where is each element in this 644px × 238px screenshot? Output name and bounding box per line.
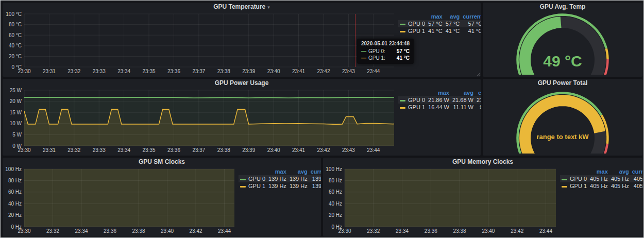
gpu-temperature-chart[interactable]: 0 °C20 °C40 °C60 °C80 °C100 °C23:3023:31…	[4, 11, 398, 75]
svg-text:23:40: 23:40	[267, 147, 280, 153]
panel-title-gpu-memory-clocks[interactable]: GPU Memory Clocks	[323, 158, 642, 166]
legend-row-gpu-1[interactable]: GPU 116.44 W11.11 W9.79 W	[398, 104, 481, 111]
tooltip-row: —GPU 0:57 °C	[361, 48, 410, 55]
series-dash-icon	[400, 100, 405, 101]
panel-title-text: GPU Power Usage	[215, 79, 269, 87]
svg-text:23:44: 23:44	[367, 147, 380, 153]
svg-text:23:37: 23:37	[192, 69, 205, 74]
svg-text:23:41: 23:41	[292, 147, 305, 153]
legend-gpu-sm-clocks: maxavgcurrentGPU 0139 Hz139 Hz139 HzGPU …	[239, 166, 317, 190]
panel-title-gpu-power-total[interactable]: GPU Power Total	[483, 79, 642, 87]
svg-text:23:34: 23:34	[117, 69, 130, 74]
legend-row-gpu-1[interactable]: GPU 1139 Hz139 Hz139 Hz	[239, 182, 321, 190]
svg-text:20 W: 20 W	[10, 98, 22, 104]
panel-title-text: GPU Temperature	[213, 3, 265, 10]
legend-gpu-memory-clocks: maxavgcurrentGPU 0405 Hz405 Hz405 HzGPU …	[560, 166, 638, 190]
svg-text:23:34: 23:34	[396, 228, 409, 234]
svg-text:23:34: 23:34	[117, 147, 130, 153]
panel-gpu-power-total: GPU Power Total range to text kW	[483, 79, 642, 156]
panel-gpu-temperature: GPU Temperature▾ 0 °C20 °C40 °C60 °C80 °…	[3, 3, 481, 77]
svg-text:23:37: 23:37	[192, 147, 205, 153]
series-dash-icon	[400, 107, 405, 109]
panel-gpu-avg-temp: GPU Avg. Temp 49 °C	[483, 3, 642, 77]
svg-text:25 W: 25 W	[10, 88, 22, 93]
svg-text:20 °C: 20 °C	[9, 54, 22, 59]
svg-text:23:38: 23:38	[132, 228, 145, 234]
svg-text:60 °C: 60 °C	[9, 32, 22, 38]
panel-title-gpu-avg-temp[interactable]: GPU Avg. Temp	[483, 3, 642, 11]
tooltip-rows: —GPU 0:57 °C—GPU 1:41 °C	[361, 48, 410, 61]
svg-text:23:44: 23:44	[218, 228, 231, 234]
svg-text:23:32: 23:32	[67, 69, 80, 74]
legend-header-row: maxavgcurrent	[560, 168, 642, 175]
svg-text:23:32: 23:32	[67, 147, 80, 153]
legend-gpu-power-usage: maxavgcurrentGPU 021.86 W21.68 W21.77 WG…	[398, 87, 477, 111]
gpu-sm-clocks-chart[interactable]: 0 Hz20 Hz40 Hz60 Hz80 Hz100 Hz23:3023:32…	[4, 166, 239, 234]
gpu-power-total-gauge: range to text kW	[485, 87, 640, 154]
svg-text:10 W: 10 W	[10, 121, 22, 126]
chevron-down-icon: ▾	[267, 5, 270, 10]
svg-text:23:36: 23:36	[425, 228, 437, 234]
legend-row-gpu-0[interactable]: GPU 0405 Hz405 Hz405 Hz	[560, 175, 642, 182]
svg-text:23:39: 23:39	[242, 69, 255, 74]
panel-title-text: GPU Memory Clocks	[452, 158, 513, 165]
svg-text:23:40: 23:40	[267, 69, 280, 74]
svg-text:23:32: 23:32	[367, 228, 380, 234]
svg-text:49 °C: 49 °C	[543, 53, 582, 70]
svg-text:40 Hz: 40 Hz	[8, 201, 22, 207]
svg-text:23:43: 23:43	[342, 147, 355, 153]
series-dash-icon: —	[361, 55, 366, 61]
svg-text:23:31: 23:31	[43, 147, 56, 153]
panel-title-text: GPU Avg. Temp	[540, 3, 586, 10]
svg-text:20 Hz: 20 Hz	[329, 212, 342, 218]
svg-text:23:30: 23:30	[18, 69, 30, 74]
svg-text:60 Hz: 60 Hz	[8, 189, 22, 195]
svg-text:23:42: 23:42	[317, 69, 330, 74]
svg-text:100 °C: 100 °C	[6, 11, 22, 17]
svg-text:80 °C: 80 °C	[9, 22, 22, 27]
svg-text:40 Hz: 40 Hz	[329, 201, 342, 207]
svg-text:23:30: 23:30	[338, 228, 351, 234]
svg-text:23:41: 23:41	[292, 69, 305, 74]
legend-row-gpu-1[interactable]: GPU 141 °C41 °C41 °C	[398, 27, 481, 35]
svg-text:40 °C: 40 °C	[9, 43, 22, 48]
panel-title-gpu-temperature[interactable]: GPU Temperature▾	[3, 3, 481, 11]
svg-text:23:44: 23:44	[539, 228, 552, 234]
svg-text:23:40: 23:40	[482, 228, 495, 234]
svg-text:23:36: 23:36	[104, 228, 116, 234]
svg-text:23:40: 23:40	[161, 228, 174, 234]
legend-row-gpu-0[interactable]: GPU 021.86 W21.68 W21.77 W	[398, 96, 481, 104]
svg-text:23:33: 23:33	[93, 69, 106, 74]
panel-title-gpu-power-usage[interactable]: GPU Power Usage	[3, 79, 481, 87]
legend-row-gpu-1[interactable]: GPU 1405 Hz405 Hz405 Hz	[560, 182, 642, 190]
svg-text:23:35: 23:35	[143, 147, 156, 153]
svg-text:100 Hz: 100 Hz	[326, 166, 342, 172]
svg-text:23:36: 23:36	[167, 147, 180, 153]
svg-text:80 Hz: 80 Hz	[8, 178, 22, 183]
gpu-memory-clocks-chart[interactable]: 0 Hz20 Hz40 Hz60 Hz80 Hz100 Hz23:3023:32…	[324, 166, 560, 234]
tooltip-row: —GPU 1:41 °C	[361, 55, 410, 61]
series-dash-icon	[562, 186, 567, 188]
panel-gpu-power-usage: GPU Power Usage 0 W5 W10 W15 W20 W25 W23…	[3, 79, 481, 156]
svg-text:60 Hz: 60 Hz	[329, 189, 342, 195]
svg-text:80 Hz: 80 Hz	[329, 178, 342, 183]
svg-text:15 W: 15 W	[10, 110, 22, 115]
svg-text:23:43: 23:43	[342, 69, 355, 74]
panel-resize-handle[interactable]	[476, 72, 480, 76]
panel-gpu-sm-clocks: GPU SM Clocks 0 Hz20 Hz40 Hz60 Hz80 Hz10…	[3, 158, 321, 236]
svg-text:range to text kW: range to text kW	[536, 133, 589, 141]
gpu-power-usage-chart[interactable]: 0 W5 W10 W15 W20 W25 W23:3023:3123:3223:…	[4, 87, 398, 154]
gpu-avg-temp-gauge: 49 °C	[485, 11, 640, 75]
svg-text:23:38: 23:38	[217, 69, 230, 74]
svg-text:23:38: 23:38	[453, 228, 466, 234]
svg-text:23:34: 23:34	[75, 228, 88, 234]
panel-title-gpu-sm-clocks[interactable]: GPU SM Clocks	[3, 158, 321, 166]
panel-title-text: GPU SM Clocks	[139, 158, 185, 165]
legend-row-gpu-0[interactable]: GPU 057 °C57 °C57 °C	[398, 20, 481, 27]
tooltip-timestamp: 2020-05-01 23:44:48	[361, 41, 410, 46]
legend-row-gpu-0[interactable]: GPU 0139 Hz139 Hz139 Hz	[239, 175, 321, 182]
svg-text:23:36: 23:36	[167, 69, 180, 74]
svg-text:23:33: 23:33	[93, 147, 106, 153]
panel-gpu-memory-clocks: GPU Memory Clocks 0 Hz20 Hz40 Hz60 Hz80 …	[323, 158, 642, 236]
series-dash-icon	[240, 179, 246, 180]
